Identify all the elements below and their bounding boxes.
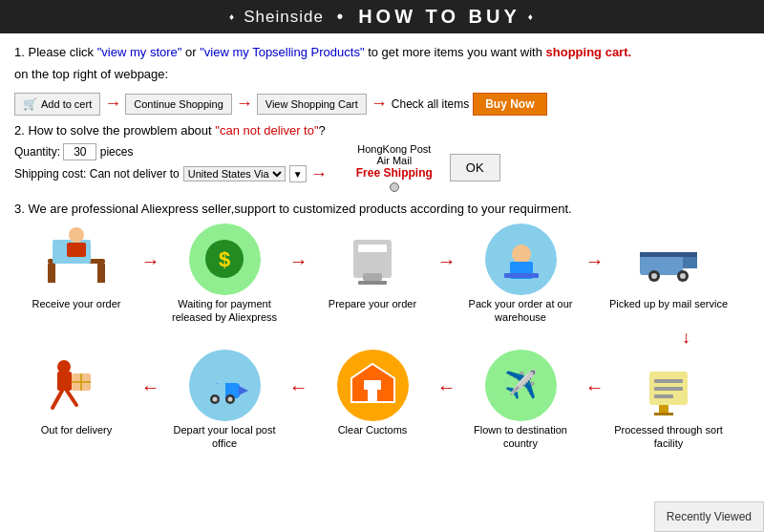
payment-icon: $: [189, 223, 261, 295]
arrow3-icon: →: [371, 94, 388, 114]
delivery-icon: [41, 350, 113, 421]
svg-rect-24: [654, 387, 683, 391]
hk-post-info: HongKong Post Air Mail Free Shipping: [356, 143, 433, 192]
svg-text:$: $: [218, 247, 229, 271]
svg-rect-31: [364, 380, 381, 390]
flight-label: Flown to destination country: [458, 423, 583, 451]
radio-icon[interactable]: [390, 182, 399, 192]
section2-title-start: How to solve the prowblem about: [28, 123, 215, 138]
page-title: HOW TO BUY: [358, 6, 520, 28]
flow-item-flight: ✈️ Flown to destination country: [458, 350, 583, 451]
buy-now-button[interactable]: Buy Now: [473, 93, 546, 116]
flow-arrow-r2: →: [286, 376, 310, 398]
svg-rect-26: [659, 405, 668, 413]
svg-rect-35: [218, 383, 225, 398]
svg-rect-5: [67, 243, 86, 257]
svg-point-4: [69, 227, 84, 243]
flow-arrow-1: →: [138, 250, 162, 272]
add-to-cart-label: Add to cert: [41, 98, 92, 110]
section2: 2. How to solve the prowblem about "can …: [14, 123, 750, 192]
svg-rect-15: [640, 254, 683, 275]
section3-title: 3. We are professional Aliexpress seller…: [14, 202, 750, 216]
svg-rect-14: [504, 273, 539, 278]
arrow1-icon: →: [104, 94, 121, 114]
flow-item-sort: Processed through sort facility: [606, 350, 731, 451]
dropdown-button[interactable]: ▼: [289, 165, 307, 182]
flow-item-pack: Pack your order at our warehouse: [458, 223, 583, 325]
view-cart-button[interactable]: View Shopping Cart: [257, 94, 367, 115]
free-shipping-label: Free Shipping: [356, 166, 433, 180]
flow-item-receive: Receive your order: [14, 223, 138, 310]
add-to-cart-button[interactable]: 🛒 Add to cert: [14, 93, 100, 116]
section1-below: on the top right of webpage:: [14, 65, 750, 85]
sort-label: Processed through sort facility: [606, 423, 731, 451]
separator: •: [337, 7, 345, 27]
section1: 1. Please click "view my store" or "view…: [14, 43, 750, 85]
view-topselling-link[interactable]: "view my Topselling Products": [200, 45, 364, 59]
ok-button[interactable]: OK: [450, 154, 500, 181]
svg-point-21: [680, 273, 686, 279]
flow-arrow-2: →: [286, 250, 310, 272]
flow-item-pickup: Picked up by mail service: [606, 223, 731, 310]
payment-label: Waiting for payment released by Aliexpre…: [162, 297, 286, 325]
section2-title: 2. How to solve the prowblem about "can …: [14, 123, 750, 138]
customs-icon: [337, 350, 409, 421]
brand-name: Sheinside: [244, 8, 324, 27]
svg-point-37: [212, 397, 217, 402]
flow-arrow-r1: →: [138, 376, 162, 398]
continue-shopping-label: Continue Shopping: [134, 98, 223, 110]
svg-rect-23: [654, 379, 683, 383]
flow-item-depart: Depart your local post office: [162, 350, 286, 451]
diamond-left-icon: ♦: [229, 11, 236, 22]
svg-rect-11: [358, 281, 387, 285]
depart-label: Depart your local post office: [162, 423, 286, 451]
receive-order-icon: [41, 223, 113, 295]
continue-shopping-button[interactable]: Continue Shopping: [125, 94, 232, 115]
flow-arrow-r4: →: [583, 376, 606, 398]
quantity-row: Quantity: pieces: [14, 143, 328, 160]
section3: 3. We are professional Aliexpress seller…: [14, 202, 750, 451]
svg-text:✈️: ✈️: [503, 369, 537, 400]
shipping-left: Quantity: pieces Shipping cost: Can not …: [14, 143, 328, 184]
pickup-label: Picked up by mail service: [609, 297, 728, 310]
flow-arrow-3: →: [435, 250, 458, 272]
shipping-cost-label: Shipping cost: Can not deliver to: [14, 167, 180, 181]
country-select[interactable]: United States Via: [183, 166, 286, 181]
svg-rect-1: [48, 264, 55, 283]
pickup-icon: [633, 223, 705, 295]
recently-viewed-button[interactable]: Recently Viewed: [654, 501, 764, 532]
shipping-row: Quantity: pieces Shipping cost: Can not …: [14, 143, 750, 192]
section3-number: 3.: [14, 202, 25, 216]
svg-rect-9: [358, 245, 387, 252]
svg-point-40: [57, 360, 71, 373]
pieces-label: pieces: [100, 145, 134, 159]
arrow2-icon: →: [236, 94, 253, 114]
svg-rect-25: [654, 394, 673, 398]
prepare-label: Prepare your order: [329, 297, 416, 310]
hk-post-line2: Air Mail: [356, 155, 433, 166]
shipping-cost-row: Shipping cost: Can not deliver to United…: [14, 164, 328, 184]
radio-row: [356, 182, 433, 192]
ok-label: OK: [466, 160, 484, 175]
flow-item-prepare: Prepare your order: [310, 223, 435, 310]
quantity-input[interactable]: [63, 143, 96, 160]
section1-text-mid1: or: [181, 45, 200, 59]
pack-label: Pack your order at our warehouse: [458, 297, 583, 325]
customs-label: Clear Cuctoms: [338, 423, 408, 436]
depart-icon: [189, 350, 261, 421]
hk-post-section: HongKong Post Air Mail Free Shipping OK: [356, 143, 500, 192]
svg-marker-33: [239, 386, 248, 395]
prepare-icon: [337, 223, 409, 295]
buy-now-label: Buy Now: [485, 97, 534, 111]
flow-arrow-r3: →: [435, 376, 458, 398]
step-bar: 🛒 Add to cert → Continue Shopping → View…: [14, 93, 750, 116]
view-store-link[interactable]: "view my store": [97, 45, 182, 59]
shopping-cart-link[interactable]: shopping cart.: [546, 45, 632, 59]
section1-text: 1. Please click "view my store" or "view…: [14, 43, 750, 63]
quantity-label: Quantity:: [14, 145, 60, 159]
arrow4-icon: →: [310, 164, 328, 184]
svg-rect-17: [640, 252, 697, 257]
section2-title-end: ?: [319, 123, 326, 138]
svg-rect-10: [363, 273, 382, 281]
page-header: ♦ Sheinside • HOW TO BUY ♦: [0, 0, 764, 33]
